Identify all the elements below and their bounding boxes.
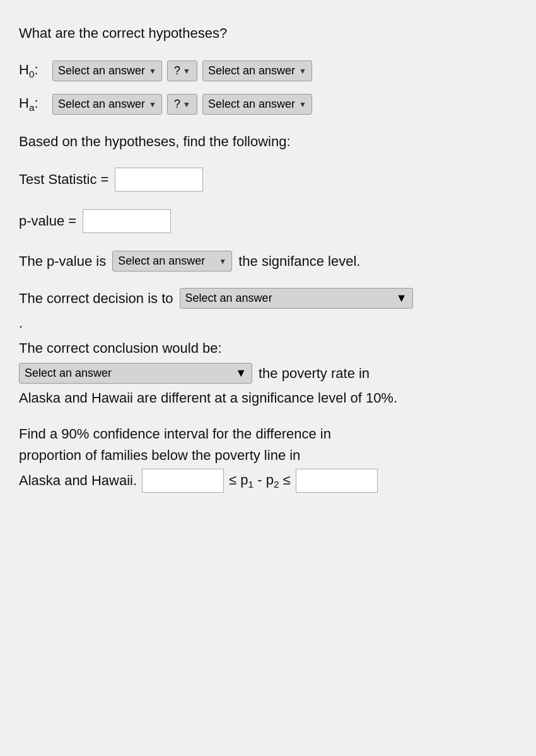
pvalue-is-prefix: The p-value is	[19, 253, 106, 270]
period: .	[19, 315, 517, 331]
ci-upper-input[interactable]	[296, 469, 378, 493]
pvalue-is-suffix: the signifance level.	[238, 253, 360, 270]
ha-right-dropdown-label: Select an answer	[208, 98, 295, 111]
alaska-hawaii-label: Alaska and Hawaii.	[19, 470, 137, 491]
h0-right-dropdown[interactable]: Select an answer ▼	[202, 60, 312, 81]
conclusion-dropdown[interactable]: Select an answer ▼	[19, 363, 252, 384]
confidence-line1: Find a 90% confidence interval for the d…	[19, 423, 517, 445]
h0-operator-label: ?	[174, 64, 180, 77]
ci-lower-input[interactable]	[142, 469, 224, 493]
confidence-section: Find a 90% confidence interval for the d…	[19, 423, 517, 493]
h0-operator-arrow: ▼	[183, 67, 190, 76]
p-value-row: p-value =	[19, 209, 517, 233]
h0-right-dropdown-label: Select an answer	[208, 64, 295, 77]
ci-symbol: ≤ p1 - p2 ≤	[229, 469, 291, 492]
h0-left-dropdown[interactable]: Select an answer ▼	[52, 60, 162, 81]
test-statistic-label: Test Statistic =	[19, 171, 108, 188]
main-question-label: What are the correct hypotheses?	[19, 25, 517, 42]
h0-right-dropdown-arrow: ▼	[299, 67, 306, 76]
ci-row: Alaska and Hawaii. ≤ p1 - p2 ≤	[19, 469, 517, 493]
p-value-label: p-value =	[19, 213, 76, 229]
ha-left-dropdown[interactable]: Select an answer ▼	[52, 94, 162, 115]
conclusion-dropdown-label: Select an answer	[25, 367, 112, 380]
p-value-input[interactable]	[83, 209, 171, 233]
ha-right-dropdown-arrow: ▼	[299, 100, 306, 109]
confidence-line2: proportion of families below the poverty…	[19, 445, 517, 466]
conclusion-inline-text: the poverty rate in	[259, 365, 370, 382]
conclusion-dropdown-arrow: ▼	[235, 367, 247, 380]
pvalue-is-row: The p-value is Select an answer ▼ the si…	[19, 251, 517, 272]
h0-left-dropdown-label: Select an answer	[58, 64, 145, 77]
ha-operator-arrow: ▼	[183, 100, 190, 109]
ha-label: Ha:	[19, 95, 47, 113]
ha-row: Ha: Select an answer ▼ ? ▼ Select an ans…	[19, 94, 517, 115]
h0-operator-dropdown[interactable]: ? ▼	[167, 60, 197, 81]
decision-dropdown[interactable]: Select an answer ▼	[180, 288, 413, 309]
h0-label: H0:	[19, 62, 47, 80]
test-statistic-row: Test Statistic =	[19, 168, 517, 192]
decision-dropdown-label: Select an answer	[185, 292, 272, 305]
decision-dropdown-arrow: ▼	[396, 292, 407, 305]
conclusion-title: The correct conclusion would be:	[19, 340, 517, 357]
ha-right-dropdown[interactable]: Select an answer ▼	[202, 94, 312, 115]
conclusion-row: Select an answer ▼ the poverty rate in	[19, 363, 517, 384]
h0-row: H0: Select an answer ▼ ? ▼ Select an ans…	[19, 60, 517, 81]
conclusion-suffix: Alaska and Hawaii are different at a sig…	[19, 387, 517, 408]
decision-prefix: The correct decision is to	[19, 290, 173, 307]
ha-operator-dropdown[interactable]: ? ▼	[167, 94, 197, 115]
ha-left-dropdown-label: Select an answer	[58, 98, 145, 111]
test-statistic-input[interactable]	[115, 168, 203, 192]
decision-row: The correct decision is to Select an ans…	[19, 288, 517, 309]
h0-left-dropdown-arrow: ▼	[149, 67, 156, 76]
ha-left-dropdown-arrow: ▼	[149, 100, 156, 109]
find-section-label: Based on the hypotheses, find the follow…	[19, 134, 517, 150]
pvalue-comparison-arrow: ▼	[219, 257, 226, 266]
ha-operator-label: ?	[174, 98, 180, 111]
pvalue-comparison-label: Select an answer	[118, 255, 205, 268]
pvalue-comparison-dropdown[interactable]: Select an answer ▼	[112, 251, 232, 272]
